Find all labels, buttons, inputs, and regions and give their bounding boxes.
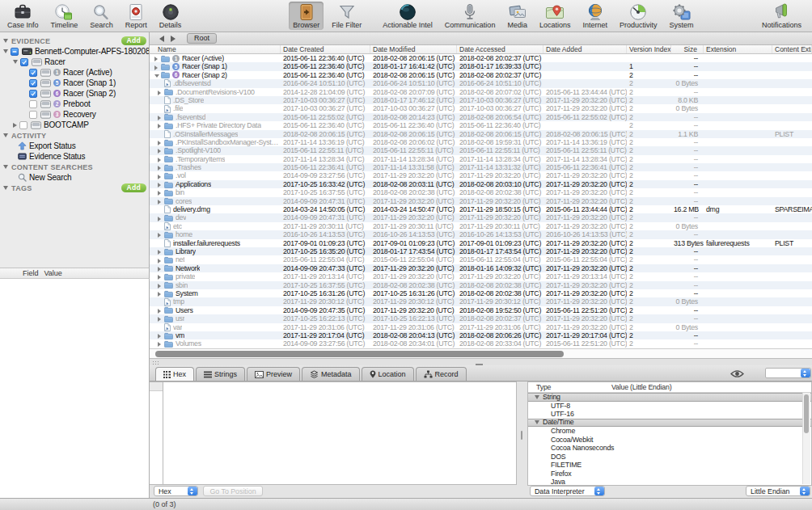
- tree-item-racer-snap-2[interactable]: 6Racer (Snap 2): [0, 88, 149, 99]
- disclosure-collapsed-icon[interactable]: [158, 259, 161, 263]
- toolbar-item-productivity[interactable]: Productivity: [615, 2, 662, 30]
- table-row-trashes[interactable]: .Trashes2015-06-11 22:36:41 (UTC)2017-11…: [150, 163, 812, 171]
- section-collapse-icon[interactable]: [3, 39, 8, 43]
- table-row-ds-store[interactable]: .DS_Store2017-10-03 00:36:27 (UTC)2018-0…: [150, 96, 812, 104]
- disclosure-collapsed-icon[interactable]: [158, 158, 161, 162]
- table-row-pkinstallsandboxmanager-system[interactable]: .PKInstallSandboxManager-System…2017-11-…: [150, 138, 812, 146]
- table-row-network[interactable]: Network2014-09-09 20:47:33 (UTC)2017-11-…: [150, 264, 812, 272]
- tree-item-racer-snap-1[interactable]: 5Racer (Snap 1): [0, 78, 149, 88]
- disclosure-collapsed-icon[interactable]: [158, 342, 161, 347]
- column-header-version-index[interactable]: Version Index: [627, 45, 671, 53]
- tab-location[interactable]: Location: [362, 367, 414, 381]
- column-header-extension[interactable]: Extension: [704, 45, 772, 53]
- hex-view[interactable]: [163, 381, 517, 485]
- table-row-vol[interactable]: .vol2014-09-09 23:27:56 (UTC)2017-11-29 …: [150, 171, 812, 179]
- tree-item-racer-active[interactable]: 1Racer (Active): [0, 67, 149, 78]
- toolbar-item-file-filter[interactable]: File Filter: [328, 2, 366, 30]
- table-row-applications[interactable]: Applications2017-10-25 16:33:42 (UTC)201…: [150, 180, 812, 188]
- breadcrumb[interactable]: Root: [187, 33, 217, 44]
- disclosure-collapsed-icon[interactable]: [158, 275, 161, 280]
- disclosure-expanded-icon[interactable]: [13, 60, 18, 64]
- divider-drag-handle[interactable]: [521, 431, 522, 440]
- interpreter-row-dos[interactable]: DOS: [528, 453, 811, 462]
- tree-item-bootcamp[interactable]: BOOTCAMP: [0, 120, 149, 130]
- disclosure-collapsed-icon[interactable]: [13, 123, 17, 128]
- checkbox-checked[interactable]: [29, 90, 37, 98]
- table-row-osinstallermessages[interactable]: .OSInstallerMessages2018-02-08 20:06:15 …: [150, 130, 812, 138]
- table-row-tmp[interactable]: tmp2017-11-29 20:30:12 (UTC)2017-11-29 2…: [150, 297, 812, 306]
- table-row-users[interactable]: Users2014-09-09 20:47:35 (UTC)2017-11-29…: [150, 306, 812, 314]
- table-row-cores[interactable]: cores2014-09-09 20:47:31 (UTC)2017-11-29…: [150, 197, 812, 205]
- toolbar-item-search[interactable]: Search: [86, 2, 117, 30]
- toolbar-item-system[interactable]: System: [666, 2, 698, 30]
- toolbar-item-case-info[interactable]: Case Info: [3, 2, 43, 30]
- table-row-temporaryitems[interactable]: .TemporaryItems2017-11-14 13:28:34 (UTC)…: [150, 155, 812, 163]
- toolbar-item-timeline[interactable]: Timeline: [47, 2, 82, 30]
- table-row-vm[interactable]: vm2017-11-29 20:17:04 (UTC)2018-02-08 20…: [150, 331, 812, 339]
- tree-item-bennett-computer-apfs-180208-e01[interactable]: Bennett-Computer-APFS-180208.E01: [0, 46, 149, 57]
- disclosure-collapsed-icon[interactable]: [158, 124, 161, 129]
- section-collapse-icon[interactable]: [3, 133, 8, 137]
- column-header-name[interactable]: Name: [150, 45, 281, 53]
- disclosure-collapsed-icon[interactable]: [158, 334, 161, 339]
- interpreter-row-java[interactable]: Java: [528, 478, 811, 486]
- disclosure-expanded-icon[interactable]: [3, 49, 8, 53]
- add-tag-button[interactable]: Add: [121, 183, 146, 192]
- checkbox-checked[interactable]: [29, 79, 37, 87]
- scrollbar-thumb[interactable]: [804, 394, 809, 433]
- table-row-home[interactable]: home2016-10-26 14:13:53 (UTC)2016-10-26 …: [150, 230, 812, 238]
- table-row-net[interactable]: net2015-06-11 22:55:04 (UTC)2015-06-11 2…: [150, 255, 812, 263]
- type-column-header[interactable]: Type: [528, 382, 611, 392]
- splitter-handle-icon[interactable]: [152, 360, 160, 365]
- interpreter-row-utf-16[interactable]: UTF-16: [528, 410, 811, 419]
- checkbox-checked[interactable]: [29, 69, 37, 77]
- column-header-date-created[interactable]: Date Created: [281, 45, 370, 53]
- table-row-bin[interactable]: bin2017-10-25 16:37:55 (UTC)2018-02-08 2…: [150, 188, 812, 196]
- table-row-volumes[interactable]: Volumes2014-09-09 23:27:56 (UTC)2018-02-…: [150, 339, 812, 348]
- endianness-select[interactable]: Little Endian: [746, 486, 810, 496]
- toolbar-item-locations[interactable]: Locations: [535, 2, 575, 30]
- column-header-date-added[interactable]: Date Added: [543, 45, 627, 53]
- tree-item-preboot[interactable]: 2Preboot: [0, 99, 149, 109]
- table-row-library[interactable]: Library2017-10-25 16:35:20 (UTC)2018-01-…: [150, 247, 812, 255]
- toolbar-item-internet[interactable]: Internet: [578, 2, 611, 30]
- sidebar-item-evidence-status[interactable]: Evidence Status: [0, 151, 149, 162]
- value-column-header[interactable]: Value (Little Endian): [611, 382, 811, 392]
- interpreter-group-date-time[interactable]: Date/Time: [528, 419, 811, 428]
- table-row-fseventsd[interactable]: .fseventsd2015-06-11 22:55:02 (UTC)2018-…: [150, 113, 812, 121]
- table-row-delivery-dmg[interactable]: delivery.dmg2014-03-24 14:50:05 (UTC)201…: [150, 205, 812, 213]
- tree-item-racer[interactable]: Racer: [0, 57, 149, 67]
- disclosure-expanded-icon[interactable]: [535, 420, 539, 424]
- forward-button[interactable]: [171, 36, 176, 42]
- disclosure-collapsed-icon[interactable]: [158, 284, 161, 289]
- disclosure-collapsed-icon[interactable]: [158, 91, 161, 95]
- table-row-installer-failurerequests[interactable]: installer.failurerequests2017-09-01 01:0…: [150, 239, 812, 247]
- horizontal-scrollbar[interactable]: [150, 348, 812, 359]
- disclosure-expanded-icon[interactable]: [535, 395, 539, 399]
- table-row-system[interactable]: System2017-10-25 16:31:26 (UTC)2017-10-2…: [150, 289, 812, 297]
- tree-item-recovery[interactable]: 3Recovery: [0, 109, 149, 120]
- interpreter-scrollbar[interactable]: [802, 393, 810, 484]
- tab-strings[interactable]: Strings: [196, 367, 245, 381]
- toolbar-item-media[interactable]: Media: [503, 2, 531, 30]
- disclosure-collapsed-icon[interactable]: [158, 166, 161, 171]
- disclosure-collapsed-icon[interactable]: [154, 57, 158, 61]
- table-row-file[interactable]: .file2017-10-03 00:36:27 (UTC)2017-10-03…: [150, 104, 812, 112]
- disclosure-expanded-icon[interactable]: [154, 74, 159, 78]
- checkbox-checked[interactable]: [20, 58, 28, 66]
- disclosure-collapsed-icon[interactable]: [154, 65, 158, 70]
- toolbar-item-details[interactable]: Details: [155, 2, 186, 30]
- table-row-hfs-private-directory-data[interactable]: .HFS+ Private Directory Data2015-06-11 2…: [150, 121, 812, 129]
- tab-hex[interactable]: Hex: [155, 367, 194, 381]
- sidebar-item-new-search[interactable]: New Search: [0, 172, 149, 183]
- table-row-private[interactable]: private2017-11-29 20:13:14 (UTC)2017-11-…: [150, 272, 812, 280]
- disclosure-collapsed-icon[interactable]: [158, 175, 161, 179]
- interpreter-filter-combo[interactable]: [765, 368, 811, 378]
- disclosure-collapsed-icon[interactable]: [158, 141, 161, 145]
- disclosure-collapsed-icon[interactable]: [158, 149, 161, 154]
- disclosure-collapsed-icon[interactable]: [158, 217, 161, 221]
- add-evidence-button[interactable]: Add: [121, 36, 146, 45]
- table-row-sbin[interactable]: sbin2017-10-25 16:37:55 (UTC)2018-02-08 …: [150, 281, 812, 289]
- disclosure-collapsed-icon[interactable]: [158, 309, 161, 314]
- toolbar-item-report[interactable]: Report: [121, 2, 151, 30]
